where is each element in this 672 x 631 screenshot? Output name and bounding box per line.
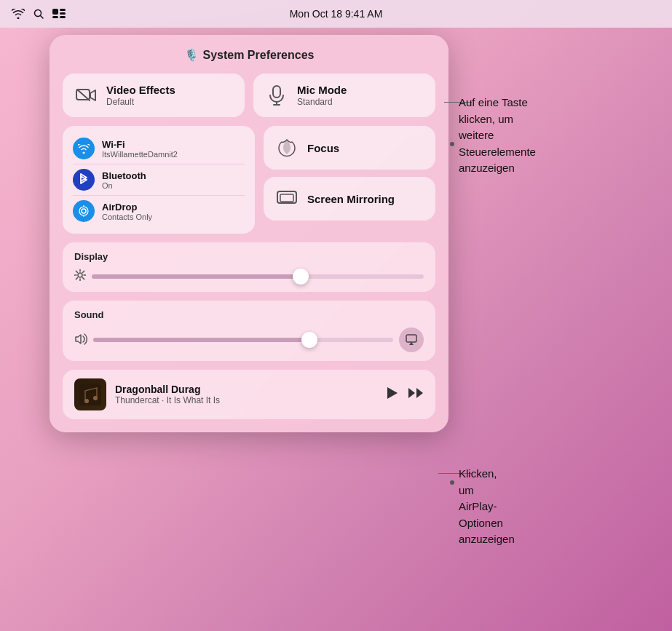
control-center-panel: 🎙️ System Preferences Video Effects Defa… (50, 35, 448, 432)
svg-rect-2 (52, 9, 58, 15)
display-label: Display (74, 251, 424, 262)
svg-line-24 (76, 278, 77, 279)
screen-mirroring-tile[interactable]: Screen Mirroring (264, 177, 435, 221)
screen-mirroring-text: Screen Mirroring (307, 193, 395, 205)
svg-rect-6 (60, 16, 66, 18)
wifi-item-text: Wi-Fi ItsWillametteDamnit2 (102, 139, 178, 159)
airplay-annotation-text: Klicken, umAirPlay-Optionenanzuzeigen (459, 466, 515, 548)
brightness-slider-thumb[interactable] (293, 269, 309, 285)
bluetooth-sublabel: On (102, 181, 146, 190)
svg-rect-4 (60, 12, 66, 15)
focus-icon (275, 136, 299, 159)
volume-slider-row (74, 328, 424, 352)
panel-title-icon: 🎙️ (184, 48, 199, 62)
wifi-icon[interactable] (12, 9, 25, 19)
volume-slider-track[interactable] (93, 338, 393, 342)
airplay-button[interactable] (399, 328, 424, 352)
svg-rect-25 (406, 335, 416, 342)
airdrop-label: AirDrop (102, 202, 152, 213)
focus-label: Focus (307, 142, 339, 154)
svg-line-1 (41, 16, 44, 19)
top-row: Video Effects Default Mic Mode Standard (63, 74, 435, 117)
volume-slider-fill (93, 338, 309, 342)
video-effects-label: Video Effects (106, 84, 175, 96)
volume-icon (74, 333, 87, 347)
svg-point-28 (93, 396, 98, 400)
brightness-slider-row (74, 269, 424, 283)
menubar-left-icons (12, 9, 66, 19)
wifi-item-icon (73, 138, 95, 159)
connectivity-tile: Wi-Fi ItsWillametteDamnit2 Bluetooth On (63, 126, 255, 234)
mic-annotation-text: Auf eine Tasteklicken, um weitereSteuere… (459, 95, 536, 177)
screen-mirroring-icon (275, 187, 299, 210)
wifi-sublabel: ItsWillametteDamnit2 (102, 150, 178, 159)
album-art (74, 378, 106, 410)
play-button[interactable] (386, 386, 399, 404)
volume-slider-thumb[interactable] (301, 332, 317, 348)
svg-point-13 (79, 207, 88, 215)
svg-rect-5 (52, 16, 58, 18)
airdrop-sublabel: Contacts Only (102, 213, 152, 221)
wifi-label: Wi-Fi (102, 139, 178, 150)
svg-point-16 (78, 273, 82, 277)
svg-rect-15 (280, 194, 293, 202)
menubar: Mon Oct 18 9:41 AM (0, 0, 672, 28)
now-playing-title: Dragonball Durag (115, 384, 377, 395)
airplay-annotation-dot (450, 480, 454, 485)
wifi-item[interactable]: Wi-Fi ItsWillametteDamnit2 (73, 133, 245, 164)
search-icon[interactable] (33, 9, 44, 19)
svg-point-12 (82, 209, 86, 213)
right-tiles: Focus Screen Mirroring (264, 126, 435, 234)
sound-section: Sound (63, 301, 435, 361)
screen-mirroring-label: Screen Mirroring (307, 193, 395, 205)
mic-mode-text: Mic Mode Standard (297, 84, 347, 107)
panel-title: 🎙️ System Preferences (63, 48, 435, 62)
video-effects-sublabel: Default (106, 97, 175, 107)
svg-line-23 (83, 271, 84, 272)
now-playing-section: Dragonball Durag Thundercat · It Is What… (63, 370, 435, 419)
brightness-icon (74, 269, 86, 283)
now-playing-text: Dragonball Durag Thundercat · It Is What… (115, 384, 377, 405)
video-effects-text: Video Effects Default (106, 84, 175, 107)
svg-rect-9 (273, 86, 280, 98)
mic-mode-tile[interactable]: Mic Mode Standard (253, 74, 435, 117)
control-center-icon[interactable] (52, 9, 66, 19)
svg-line-8 (77, 90, 90, 100)
bluetooth-item-text: Bluetooth On (102, 170, 146, 190)
mid-row: Wi-Fi ItsWillametteDamnit2 Bluetooth On (63, 126, 435, 234)
mic-annotation-dot (450, 142, 454, 146)
airdrop-icon (73, 200, 95, 222)
bluetooth-label: Bluetooth (102, 170, 146, 181)
bluetooth-icon (73, 169, 95, 191)
brightness-slider-fill (92, 274, 301, 279)
panel-title-text: System Preferences (203, 49, 315, 62)
svg-line-22 (83, 278, 84, 279)
bluetooth-item[interactable]: Bluetooth On (73, 164, 245, 195)
sound-label: Sound (74, 309, 424, 320)
now-playing-artist: Thundercat · It Is What It Is (115, 395, 377, 405)
playback-controls (386, 386, 424, 404)
fast-forward-button[interactable] (408, 386, 424, 403)
display-section: Display (63, 242, 435, 292)
brightness-slider-track[interactable] (92, 274, 424, 279)
menubar-time: Mon Oct 18 9:41 AM (290, 8, 383, 20)
mic-mode-icon (265, 84, 288, 107)
focus-text: Focus (307, 142, 339, 154)
svg-point-27 (84, 399, 89, 403)
airdrop-item-text: AirDrop Contacts Only (102, 202, 152, 221)
mic-mode-sublabel: Standard (297, 97, 347, 107)
airdrop-item[interactable]: AirDrop Contacts Only (73, 195, 245, 226)
svg-line-21 (76, 271, 77, 272)
svg-rect-26 (79, 384, 101, 405)
mic-mode-label: Mic Mode (297, 84, 347, 96)
focus-tile[interactable]: Focus (264, 126, 435, 170)
video-effects-icon (74, 84, 98, 107)
video-effects-tile[interactable]: Video Effects Default (63, 74, 245, 117)
svg-rect-3 (60, 9, 66, 11)
